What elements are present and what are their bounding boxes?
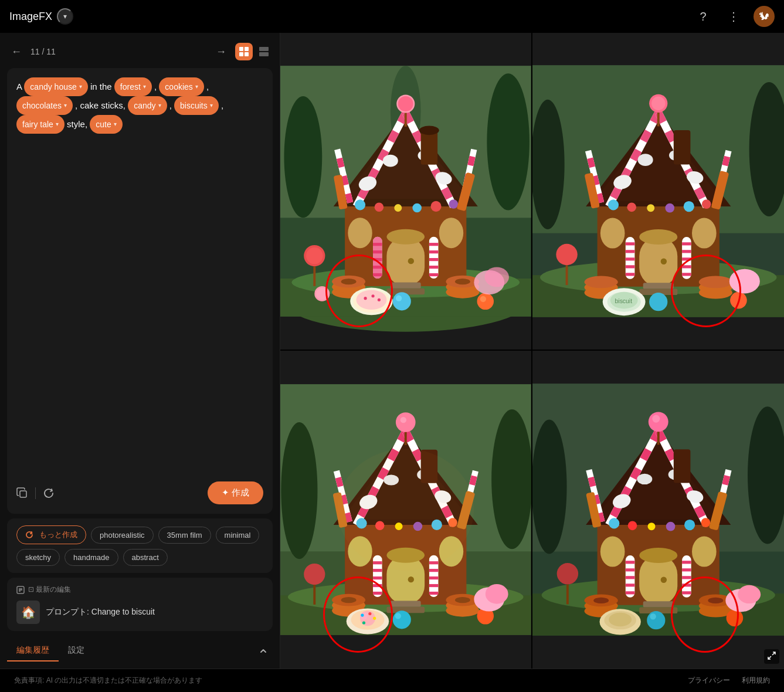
style-chip-abstract[interactable]: abstract: [123, 549, 168, 566]
svg-point-82: [396, 295, 402, 301]
svg-point-86: [484, 267, 508, 287]
svg-point-227: [395, 613, 401, 619]
refresh-button[interactable]: [43, 487, 55, 499]
svg-point-84: [480, 296, 486, 302]
svg-point-289: [593, 598, 609, 603]
svg-rect-208: [391, 601, 421, 606]
svg-point-153: [649, 293, 667, 311]
svg-point-148: [698, 276, 732, 288]
create-button[interactable]: ✦ 作成: [208, 481, 263, 504]
edit-history-title: ⊡ 最新の編集: [28, 585, 71, 595]
image-cell-1[interactable]: [280, 33, 532, 351]
svg-point-188: [396, 412, 416, 432]
chevron-down-icon: ▾: [64, 100, 67, 111]
footer-links: プライバシー 利用規約: [688, 676, 770, 686]
svg-point-256: [609, 518, 619, 528]
chevron-down-icon: ▾: [79, 81, 82, 93]
svg-point-264: [648, 412, 668, 432]
svg-point-117: [683, 201, 694, 212]
prompt-plain-7: ,: [221, 100, 223, 110]
svg-point-224: [373, 617, 376, 620]
single-view-button[interactable]: [255, 43, 273, 60]
svg-point-268: [639, 548, 677, 563]
svg-rect-5: [259, 52, 269, 56]
app-dropdown-button[interactable]: ▾: [57, 8, 73, 25]
svg-point-81: [393, 292, 411, 310]
svg-point-35: [375, 202, 384, 212]
svg-point-38: [431, 201, 442, 212]
left-panel: ← 11 / 11 →: [0, 33, 280, 669]
svg-point-270: [600, 537, 625, 567]
svg-point-83: [477, 293, 494, 310]
svg-point-94: [532, 100, 565, 229]
tag-cookies[interactable]: cookies ▾: [159, 77, 203, 96]
grid-view-button[interactable]: [235, 43, 253, 60]
nav-next-button[interactable]: →: [212, 42, 230, 61]
svg-point-114: [627, 203, 636, 212]
svg-point-91: [419, 126, 439, 135]
svg-point-261: [701, 518, 710, 527]
svg-point-32: [383, 155, 398, 167]
privacy-link[interactable]: プライバシー: [688, 676, 730, 686]
chevron-down-icon: ▾: [56, 118, 59, 130]
svg-rect-284: [643, 601, 673, 607]
svg-point-154: [730, 292, 747, 309]
svg-point-68: [341, 279, 357, 284]
svg-point-43: [398, 96, 413, 111]
image-grid: biscuit: [280, 33, 784, 669]
more-menu-button[interactable]: ⋮: [723, 6, 744, 27]
svg-point-116: [665, 203, 674, 213]
svg-point-223: [368, 612, 371, 615]
style-chip-photorealistic[interactable]: photorealistic: [91, 527, 154, 544]
edit-history-panel: ⊡ 最新の編集 🏠 プロンプト: Change to biscuit: [7, 578, 273, 631]
svg-point-258: [647, 523, 655, 530]
image-cell-2[interactable]: biscuit: [532, 33, 785, 351]
edit-history-header: ⊡ 最新の編集: [16, 585, 263, 595]
svg-point-118: [701, 199, 711, 209]
image-cell-3[interactable]: [280, 351, 532, 669]
svg-point-222: [361, 613, 364, 616]
image-cell-4[interactable]: [532, 351, 785, 669]
style-chip-sketchy[interactable]: sketchy: [16, 549, 60, 566]
tab-settings[interactable]: 設定: [59, 640, 94, 662]
tag-chocolates[interactable]: chocolates ▾: [16, 96, 73, 115]
svg-point-269: [660, 577, 666, 583]
style-chip-minimal[interactable]: minimal: [216, 527, 260, 544]
help-button[interactable]: ?: [693, 6, 714, 27]
style-chip-35mm[interactable]: 35mm film: [158, 527, 211, 544]
svg-point-217: [455, 597, 470, 603]
svg-rect-141: [643, 283, 673, 289]
prompt-plain-2: in the: [90, 82, 114, 91]
more-create-chip[interactable]: もっと作成: [16, 525, 86, 544]
svg-point-213: [341, 597, 357, 603]
tag-cute[interactable]: cute ▾: [90, 115, 122, 134]
tag-candy[interactable]: candy ▾: [128, 96, 167, 115]
svg-point-189: [401, 417, 406, 423]
svg-point-259: [666, 522, 675, 531]
svg-point-74: [316, 288, 328, 300]
terms-link[interactable]: 利用規約: [742, 676, 770, 686]
tag-candy-house[interactable]: candy house ▾: [24, 77, 87, 96]
expand-cell-button[interactable]: [764, 649, 779, 664]
tag-forest[interactable]: forest ▾: [114, 77, 152, 96]
style-chip-handmade[interactable]: handmade: [65, 549, 118, 566]
chevron-down-icon: ▾: [114, 118, 117, 130]
tag-biscuits[interactable]: biscuits ▾: [174, 96, 219, 115]
svg-rect-90: [421, 130, 438, 164]
svg-point-88: [306, 247, 323, 264]
expand-panel-button[interactable]: [254, 642, 273, 660]
svg-point-127: [600, 218, 625, 249]
svg-rect-0: [239, 47, 243, 51]
tag-fairy-tale[interactable]: fairy tale ▾: [16, 115, 65, 134]
avatar[interactable]: 🐿: [754, 6, 775, 27]
edit-history-item[interactable]: 🏠 プロンプト: Change to biscuit: [16, 601, 263, 624]
svg-point-79: [371, 294, 374, 297]
nav-prev-button[interactable]: ←: [7, 42, 26, 61]
action-icons: [16, 487, 55, 499]
prompt-text: A candy house ▾ in the forest ▾ , cookie…: [16, 77, 263, 474]
tab-edit-history[interactable]: 編集履歴: [7, 640, 59, 662]
svg-point-271: [692, 537, 717, 567]
copy-button[interactable]: [16, 487, 28, 499]
main-layout: ← 11 / 11 →: [0, 33, 784, 669]
svg-point-155: [729, 269, 759, 294]
